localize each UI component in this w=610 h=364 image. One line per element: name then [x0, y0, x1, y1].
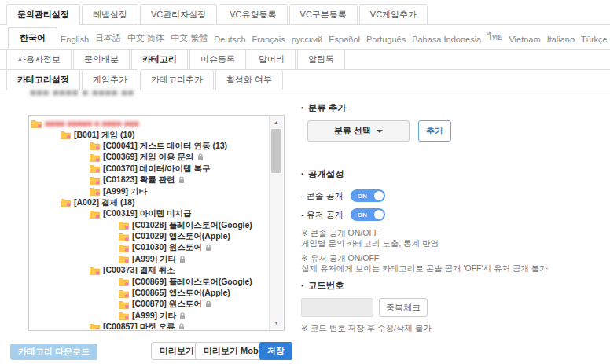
folder-icon [61, 131, 71, 139]
language-tab-7[interactable]: русский [288, 30, 325, 49]
language-tab-1[interactable]: English [57, 30, 92, 49]
folder-icon [61, 198, 71, 207]
tree-item[interactable]: [C01028] 플레이스토어(Google) [29, 220, 269, 231]
scroll-up-icon[interactable]: ▲ [270, 117, 283, 128]
language-tab-0[interactable]: 한국어 [8, 27, 57, 50]
tree-item-label: [C00319] 아이템 미지급 [103, 208, 192, 219]
tree-item-label: [C00857] 마켓 오류 [103, 322, 175, 329]
tree-item[interactable]: [A999] 기타 [29, 311, 269, 322]
folder-icon [90, 142, 100, 150]
publish-toggle-label: - 콘솔 공개 [301, 190, 344, 202]
user-publish-toggle[interactable]: ON [351, 208, 385, 221]
publish-note-line: 게임별 문의 카테고리 노출, 통계 반영 [301, 238, 606, 248]
tree-item-label-redacted: ■■■■ ■■■■■ ■ ■■■■ ■■■ [45, 119, 138, 128]
scrollbar-thumb[interactable] [271, 129, 281, 173]
folder-icon [90, 323, 100, 329]
bullet-icon: ● [301, 283, 304, 288]
tree-item-label: [C00870] 원스토어 [132, 299, 202, 310]
folder-icon [90, 267, 100, 275]
language-tab-11[interactable]: ไทย [484, 25, 505, 49]
console-publish-toggle[interactable]: ON [351, 189, 385, 202]
publish-note-line: ※ 콘솔 공개 ON/OFF [301, 228, 606, 238]
publish-note-group: ※ 콘솔 공개 ON/OFF게임별 문의 카테고리 노출, 통계 반영 [301, 228, 606, 248]
category-tab-2[interactable]: 카테고리추가 [140, 69, 214, 90]
category-tree: ■■■■ ■■■■■ ■ ■■■■ ■■■[B001] 게임 (10)[C000… [29, 118, 269, 329]
language-tab-8[interactable]: Español [325, 30, 363, 49]
code-number-title-text: 코드번호 [308, 281, 344, 290]
main-tab-2[interactable]: VC관리자설정 [140, 4, 217, 25]
language-tab-3[interactable]: 中文 简体 [124, 28, 167, 49]
classify-select-dropdown[interactable]: 분류 선택 [307, 120, 410, 142]
toggle-state-label: ON [358, 211, 367, 219]
tree-item-label: [A999] 기타 [132, 254, 176, 265]
lock-icon [179, 256, 186, 263]
main-tab-4[interactable]: VC구분등록 [289, 4, 358, 25]
tree-scrollbar[interactable]: ▲ ▼ [269, 116, 283, 329]
tree-item[interactable]: [C00319] 아이템 미지급 [29, 208, 269, 219]
language-tab-12[interactable]: Vietnam [505, 30, 543, 49]
folder-icon [90, 187, 100, 196]
section-tab-5[interactable]: 알림톡 [297, 49, 345, 70]
code-number-title: ●코드번호 [301, 280, 606, 292]
tree-item[interactable]: [C01029] 앱스토어(Apple) [29, 231, 269, 242]
main-tab-5[interactable]: VC게임추가 [359, 4, 428, 25]
tree-item[interactable]: [A999] 기타 [29, 186, 269, 197]
folder-icon [31, 119, 42, 128]
toggle-knob [374, 210, 384, 219]
tree-item[interactable]: [C00857] 마켓 오류 [29, 322, 269, 329]
tree-item-label: [C00373] 결제 취소 [103, 265, 175, 276]
section-tab-0[interactable]: 사용자정보 [6, 49, 72, 70]
language-tab-5[interactable]: Deutsch [211, 30, 248, 49]
bullet-icon: ● [301, 171, 304, 176]
tree-item[interactable]: ■■■■ ■■■■■ ■ ■■■■ ■■■ [29, 118, 269, 129]
tree-item-label: [C00865] 앱스토어(Apple) [132, 288, 230, 299]
section-tab-bar: 사용자정보문의배분카테고리이슈등록말머리알림톡 [0, 51, 610, 70]
tree-item[interactable]: [C01823] 확률 관련 [29, 175, 269, 186]
caret-down-icon [377, 130, 383, 133]
language-tab-4[interactable]: 中文 繁體 [167, 28, 211, 49]
classify-select-label: 분류 선택 [334, 125, 371, 137]
tree-item[interactable]: [C00869] 플레이스토어(Google) [29, 276, 269, 287]
tree-item-label: [C01030] 원스토어 [132, 242, 202, 253]
main-tab-3[interactable]: VC유형등록 [219, 4, 287, 25]
scroll-down-icon[interactable]: ▼ [270, 318, 283, 329]
section-tab-1[interactable]: 문의배분 [73, 49, 130, 70]
add-button[interactable]: 추가 [418, 120, 451, 142]
tree-item[interactable]: [C01030] 원스토어 [29, 242, 269, 253]
folder-icon [90, 153, 100, 162]
tree-item-label: [A999] 기타 [103, 186, 147, 197]
language-tab-13[interactable]: Italiano [544, 30, 578, 49]
language-tab-9[interactable]: Português [363, 30, 409, 49]
tree-item[interactable]: [C00041] 게스트 데이터 연동 (13) [29, 141, 269, 152]
category-tab-3[interactable]: 활성화 여부 [215, 69, 283, 90]
code-number-input[interactable] [301, 298, 373, 317]
language-tab-6[interactable]: Français [249, 30, 288, 49]
tree-item[interactable]: [C00870] 원스토어 [29, 299, 269, 310]
save-button[interactable]: 저장 [259, 342, 292, 360]
section-tab-3[interactable]: 이슈등록 [189, 49, 246, 70]
tree-item[interactable]: [C00373] 결제 취소 [29, 265, 269, 276]
tree-item[interactable]: [C00370] 데이터/아이템 복구 [29, 164, 269, 175]
publish-notes: ※ 콘솔 공개 ON/OFF게임별 문의 카테고리 노출, 통계 반영※ 유저 … [301, 228, 606, 274]
publish-toggle-row-1: - 유저 공개ON [301, 205, 606, 224]
tree-item[interactable]: [B001] 게임 (10) [29, 129, 269, 140]
code-number-section: ●코드번호 중복체크 ※ 코드 번호 저장 후 수정/삭제 불가 [301, 280, 606, 333]
tree-item[interactable]: [C00369] 게임 이용 문의 [29, 152, 269, 163]
tree-item[interactable]: [C00865] 앱스토어(Apple) [29, 288, 269, 299]
tree-item[interactable]: [A002] 결제 (18) [29, 197, 269, 208]
main-tab-1[interactable]: 레벨설정 [82, 4, 138, 25]
category-download-button[interactable]: 카테고리 다운로드 [10, 344, 97, 360]
section-tab-4[interactable]: 말머리 [248, 49, 296, 70]
duplicate-check-button[interactable]: 중복체크 [379, 298, 428, 317]
language-tab-2[interactable]: 日本語 [92, 28, 124, 49]
inquiry-admin-page: 문의관리설정레벨설정VC관리자설정VC유형등록VC구분등록VC게임추가 한국어E… [0, 0, 610, 364]
language-tab-14[interactable]: Türkçe [578, 30, 610, 49]
folder-icon [119, 300, 129, 309]
code-number-controls: 중복체크 [301, 298, 606, 317]
folder-icon [119, 221, 129, 230]
folder-icon [90, 210, 100, 219]
main-tab-0[interactable]: 문의관리설정 [6, 4, 80, 25]
tree-item[interactable]: [A999] 기타 [29, 254, 269, 265]
language-tab-10[interactable]: Bahasa Indonesia [409, 30, 484, 49]
section-tab-2[interactable]: 카테고리 [131, 49, 188, 70]
